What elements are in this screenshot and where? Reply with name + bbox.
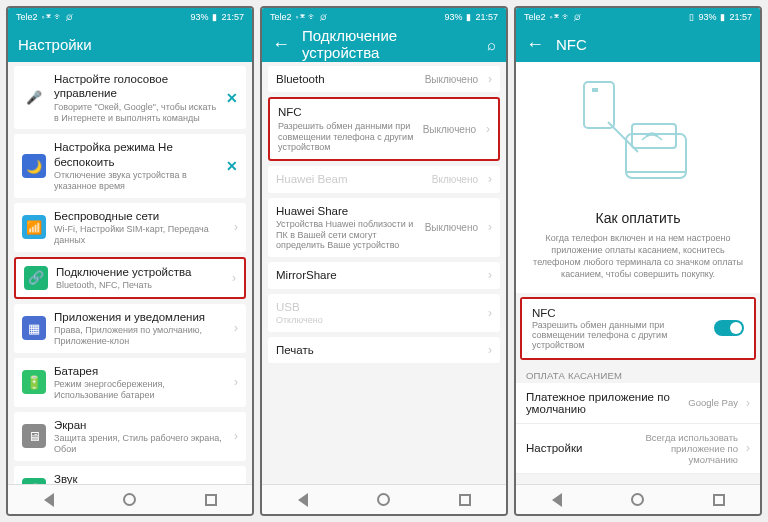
row-sub: Bluetooth, NFC, Печать [56,280,224,291]
battery-pct: 93% [698,12,716,22]
nav-bar [8,484,252,514]
row-title: Батарея [54,364,226,378]
connection-row[interactable]: BluetoothВыключено› [268,66,500,92]
clock: 21:57 [729,12,752,22]
dismiss-icon[interactable]: ✕ [226,158,238,174]
page-title: Настройки [18,36,242,53]
row-sub: Wi-Fi, Настройки SIM-карт, Передача данн… [54,224,226,246]
nfc-row-sub: Разрешить обмен данными при совмещении т… [532,320,706,350]
carrier: Tele2 [16,12,38,22]
chevron-right-icon: › [488,172,492,186]
row-title: Настройка режима Не беспокоить [54,140,218,169]
settings-row[interactable]: 🔋БатареяРежим энергосбережения, Использо… [14,358,246,407]
row-icon: 🌙 [22,154,46,178]
row-sub: Говорите "Окей, Google", чтобы искать в … [54,102,218,124]
carrier: Tele2 [270,12,292,22]
chevron-right-icon: › [486,122,490,136]
page-title: Подключение устройства [302,27,475,61]
chevron-right-icon: › [234,375,238,389]
nav-back[interactable] [548,491,566,509]
chevron-right-icon: › [488,268,492,282]
nav-home[interactable] [121,491,139,509]
connection-row[interactable]: NFCРазрешить обмен данными при совмещени… [270,99,498,159]
battery-icon-small: ▯ [689,12,694,22]
row-title: Настройки [526,442,630,454]
dismiss-icon[interactable]: ✕ [226,90,238,106]
settings-row[interactable]: ▦Приложения и уведомленияПрава, Приложен… [14,304,246,353]
search-icon[interactable]: ⌕ [487,36,496,53]
row-icon: 🔊 [22,478,46,484]
row-title: Приложения и уведомления [54,310,226,324]
row-icon: 🎤 [22,86,46,110]
status-bar: Tele2◦ ⁕ ᯤ ⌀ 93%▮21:57 [262,8,506,26]
chevron-right-icon: › [488,72,492,86]
settings-row[interactable]: 📶Беспроводные сетиWi-Fi, Настройки SIM-к… [14,203,246,252]
section-tap-pay: ОПЛАТА КАСАНИЕМ [516,364,760,383]
chevron-right-icon: › [234,321,238,335]
settings-row[interactable]: 🔊ЗвукНе беспокоить, Мелодия вызова, Вибр… [14,466,246,484]
status-icons: ◦ ⁕ ᯤ ⌀ [296,12,329,22]
row-title: NFC [278,105,415,119]
nav-bar [516,484,760,514]
chevron-right-icon: › [234,220,238,234]
tap-pay-row[interactable]: НастройкиВсегда использовать приложение … [516,424,760,474]
row-title: Платежное приложение по умолчанию [526,391,680,415]
row-icon: 🖥 [22,424,46,448]
connection-list[interactable]: BluetoothВыключено›NFCРазрешить обмен да… [262,62,506,484]
phone-nfc: Tele2◦ ⁕ ᯤ ⌀ ▯93%▮21:57 ← NFC Как оплати… [514,6,762,516]
row-title: Экран [54,418,226,432]
app-bar: ← Подключение устройства ⌕ [262,26,506,62]
row-title: Bluetooth [276,72,417,86]
settings-row[interactable]: 🔗Подключение устройстваBluetooth, NFC, П… [16,259,244,297]
back-icon[interactable]: ← [272,34,290,55]
howto-block: Как оплатить Когда телефон включен и на … [516,202,760,293]
nav-recent[interactable] [456,491,474,509]
carrier: Tele2 [524,12,546,22]
settings-list[interactable]: 🎤Настройте голосовое управлениеГоворите … [8,62,252,484]
chevron-right-icon: › [488,220,492,234]
status-icons: ◦ ⁕ ᯤ ⌀ [550,12,583,22]
row-sub: Права, Приложения по умолчанию, Приложен… [54,325,226,347]
chevron-right-icon: › [232,271,236,285]
chevron-right-icon: › [234,429,238,443]
nav-home[interactable] [629,491,647,509]
nfc-toggle-row[interactable]: NFC Разрешить обмен данными при совмещен… [522,299,754,358]
connection-row[interactable]: Huawei ShareУстройства Huawei поблизости… [268,198,500,258]
nfc-screen[interactable]: Как оплатить Когда телефон включен и на … [516,62,760,484]
row-title: Печать [276,343,480,357]
app-bar: Настройки [8,26,252,62]
nav-back[interactable] [40,491,58,509]
row-sub: Отключение звука устройства в указанное … [54,170,218,192]
battery-icon: ▮ [212,12,217,22]
connection-row[interactable]: Печать› [268,337,500,363]
settings-row[interactable]: 🖥ЭкранЗащита зрения, Стиль рабочего экра… [14,412,246,461]
row-title: Huawei Beam [276,172,424,186]
row-sub: Защита зрения, Стиль рабочего экрана, Об… [54,433,226,455]
phone-settings-main: Tele2◦ ⁕ ᯤ ⌀ 93%▮21:57 Настройки 🎤Настро… [6,6,254,516]
settings-row[interactable]: 🎤Настройте голосовое управлениеГоворите … [14,66,246,129]
status-bar: Tele2◦ ⁕ ᯤ ⌀ ▯93%▮21:57 [516,8,760,26]
clock: 21:57 [221,12,244,22]
row-title: USB [276,300,480,314]
connection-row[interactable]: MirrorShare› [268,262,500,288]
nav-recent[interactable] [202,491,220,509]
chevron-right-icon: › [488,306,492,320]
chevron-right-icon: › [746,396,750,410]
status-bar: Tele2◦ ⁕ ᯤ ⌀ 93%▮21:57 [8,8,252,26]
row-value: Всегда использовать приложение по умолча… [638,432,738,465]
row-value: Включено [432,174,478,185]
nav-back[interactable] [294,491,312,509]
tap-pay-row[interactable]: Платежное приложение по умолчаниюGoogle … [516,383,760,424]
row-sub: Отключено [276,315,480,326]
nav-recent[interactable] [710,491,728,509]
nav-home[interactable] [375,491,393,509]
connection-row: Huawei BeamВключено› [268,166,500,192]
clock: 21:57 [475,12,498,22]
row-icon: ▦ [22,316,46,340]
nfc-row-title: NFC [532,307,706,319]
back-icon[interactable]: ← [526,34,544,55]
battery-pct: 93% [190,12,208,22]
settings-row[interactable]: 🌙Настройка режима Не беспокоитьОтключени… [14,134,246,197]
nfc-toggle[interactable] [714,320,744,336]
row-title: Huawei Share [276,204,417,218]
